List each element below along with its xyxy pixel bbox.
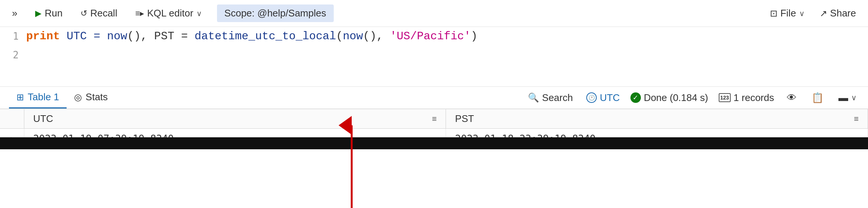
run-button[interactable]: ▶ Run (32, 6, 65, 21)
search-icon: 🔍 (528, 92, 539, 103)
layout-icon: ▬ (838, 92, 848, 104)
file-label: File (780, 7, 796, 19)
expand-button[interactable]: » (9, 6, 20, 21)
file-icon: ⊡ (770, 8, 777, 19)
done-label: Done (0.184 s) (644, 92, 708, 104)
results-bar: ⊞ Table 1 ◎ Stats 🔍 Search 🕐 UTC ✓ Done … (0, 87, 868, 109)
share-button[interactable]: ↗ Share (817, 6, 859, 21)
eye-icon: 👁 (787, 92, 797, 104)
code-paren-4: ) (471, 30, 477, 43)
code-func-now1: now (107, 30, 127, 43)
utc-timezone[interactable]: 🕐 UTC (586, 92, 620, 104)
file-button[interactable]: ⊡ File ∨ (767, 6, 808, 21)
recall-label: Recall (90, 7, 117, 19)
tab-table1[interactable]: ⊞ Table 1 (9, 87, 67, 108)
code-string-pacific: 'US/Pacific' (390, 30, 471, 43)
col-utc-label: UTC (33, 113, 53, 125)
scope-label: Scope: @help/Samples (224, 7, 326, 19)
code-line-1: 1 print UTC = now(), PST = datetime_utc_… (0, 27, 868, 46)
file-chevron-icon: ∨ (799, 9, 805, 18)
clipboard-icon: 📋 (812, 92, 823, 104)
done-status: ✓ Done (0.184 s) (630, 92, 708, 104)
col-header-pst: PST ≡ (446, 109, 868, 129)
search-button[interactable]: 🔍 Search (525, 91, 576, 105)
scope-button[interactable]: Scope: @help/Samples (217, 4, 334, 22)
eye-button[interactable]: 👁 (785, 91, 799, 105)
code-paren-1: (), PST = (127, 30, 195, 43)
col-header-utc: UTC ≡ (24, 109, 446, 129)
bottom-bar (0, 137, 868, 149)
run-label: Run (45, 7, 62, 19)
share-icon: ↗ (820, 8, 827, 19)
code-content-1[interactable]: print UTC = now(), PST = datetime_utc_to… (26, 30, 477, 43)
code-keyword-print: print (26, 30, 60, 43)
recall-button[interactable]: ↺ Recall (77, 6, 120, 21)
done-icon: ✓ (630, 92, 641, 103)
tab-stats[interactable]: ◎ Stats (67, 87, 115, 108)
chevron-down-icon: ∨ (196, 9, 202, 18)
records-count: 123 1 records (719, 92, 774, 104)
code-func-datetime: datetime_utc_to_local (195, 30, 336, 43)
code-area: 1 print UTC = now(), PST = datetime_utc_… (0, 27, 868, 87)
tab-stats-label: Stats (86, 91, 108, 103)
col-pst-label: PST (455, 113, 474, 125)
code-line-2: 2 (0, 46, 868, 64)
run-icon: ▶ (35, 9, 42, 18)
code-paren-3: (), (363, 30, 390, 43)
kql-editor-icon: ≡▸ (135, 9, 144, 18)
table-icon: ⊞ (16, 92, 24, 103)
kql-editor-button[interactable]: ≡▸ KQL editor ∨ (132, 6, 205, 21)
col-pst-menu-icon[interactable]: ≡ (854, 114, 859, 124)
code-paren-2: ( (336, 30, 343, 43)
toolbar-right: ⊡ File ∨ ↗ Share (767, 6, 859, 21)
tab-table1-label: Table 1 (28, 91, 59, 103)
line-number-1: 1 (0, 31, 26, 42)
records-icon: 123 (719, 93, 731, 102)
clock-icon: 🕐 (586, 92, 597, 103)
col-utc-menu-icon[interactable]: ≡ (432, 114, 437, 124)
line-number-2: 2 (0, 49, 26, 61)
toolbar-left: » ▶ Run ↺ Recall ≡▸ KQL editor ∨ Scope: … (9, 4, 755, 22)
search-label: Search (542, 92, 573, 104)
toolbar: » ▶ Run ↺ Recall ≡▸ KQL editor ∨ Scope: … (0, 0, 868, 27)
stats-icon: ◎ (74, 92, 82, 103)
expander-header (0, 109, 24, 129)
code-func-now2: now (343, 30, 363, 43)
expand-icon: » (12, 7, 17, 19)
share-label: Share (830, 7, 856, 19)
results-bar-right: 🔍 Search 🕐 UTC ✓ Done (0.184 s) 123 1 re… (525, 91, 859, 105)
code-text-utc-eq: UTC = (60, 30, 107, 43)
records-label: 1 records (734, 92, 774, 104)
clipboard-button[interactable]: 📋 (809, 91, 826, 105)
layout-button[interactable]: ▬ ∨ (836, 91, 859, 105)
table-header-row: UTC ≡ PST ≡ (0, 109, 868, 129)
utc-label: UTC (600, 92, 620, 104)
kql-editor-label: KQL editor (147, 7, 193, 19)
recall-icon: ↺ (80, 9, 87, 18)
layout-chevron-icon: ∨ (851, 93, 857, 102)
